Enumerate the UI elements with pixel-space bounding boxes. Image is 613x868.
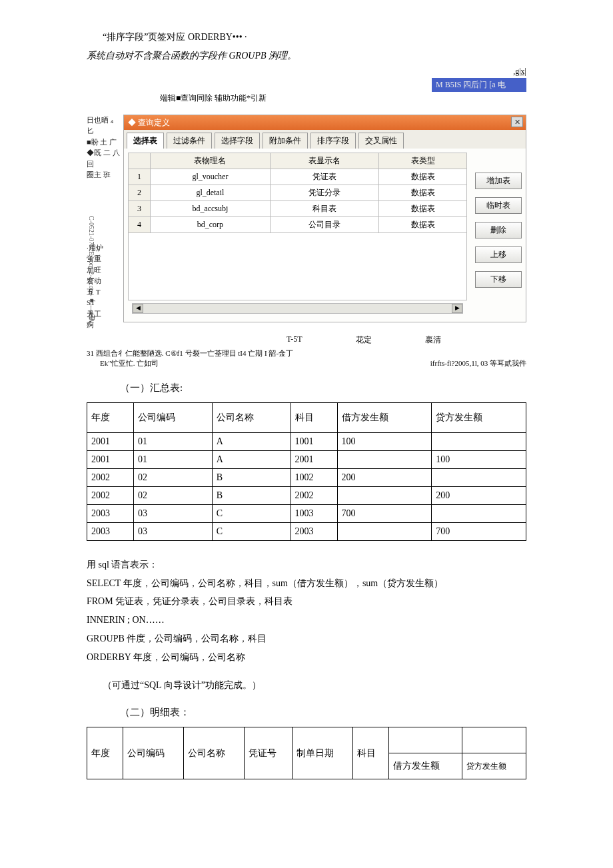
col-corp-name: 公司名称 [183,727,244,779]
col-date: 制单日期 [293,727,353,779]
table-row: 200202B2002200 [87,486,526,504]
footer-left: Ek"忙亚忙. 亡如司 [100,358,159,368]
body-text-italic: 系统自动对不含聚合函数的字段作 GROUPB 洌理。 [87,48,526,64]
button-column: 增加表 临时表 删除 上移 下移 [471,149,526,322]
col-corp-name: 公司名称 [212,402,291,432]
scrap-text: 31 西组合彳仁能整陋选. C⑥f1 号裂一亡荃理目 tI4 亡期 I 韶-金丁 [87,348,526,358]
col-debit: 借方发生额 [337,402,432,432]
table-row: 200101A2001100 [87,450,526,468]
summary-table: 年度 公司编码 公司名称 科目 借方发生额 贷方发生额 200101A10011… [87,402,526,541]
sql-intro: 用 sql 语言表示： [87,557,526,573]
table-row[interactable]: 1 gl_voucher 凭证表 数据表 [129,169,467,185]
horizontal-scrollbar[interactable]: ◀ ▶ [132,303,463,314]
col-year: 年度 [87,402,134,432]
sql-line: INNERIN ; ON…… [87,612,526,628]
section-1-heading: （一）汇总表: [120,382,526,394]
left-margin-text: 日也晒 ₄匕 ■盼 土 广 ◆既 二 八 回 圈主 班 [87,115,120,181]
move-up-button[interactable]: 上移 [475,246,522,263]
move-down-button[interactable]: 下移 [475,271,522,288]
tab-strip: 选择表 过滤条件 选择字段 附加条件 排序字段 交叉属性 [124,130,526,149]
col-credit: 贷方发生额 [432,402,526,432]
footer-text: 裹清 [425,334,441,346]
grid-area: 表物理名 表显示名 表类型 1 gl_voucher 凭证表 数据表 2 gl_… [124,149,471,322]
add-table-button[interactable]: 增加表 [475,173,522,189]
col-year: 年度 [87,727,123,779]
tab-cross[interactable]: 交叉属性 [358,133,404,149]
col-type: 表类型 [379,153,467,169]
scroll-right-icon[interactable]: ▶ [452,304,462,313]
footer-right: ifrfts-fi?2005,1l, 03 等耳貳我件 [430,358,526,368]
close-icon[interactable]: ✕ [511,117,523,127]
sql-line: GROUPB 件度，公司编码，公司名称，科目 [87,631,526,647]
tab-orderby[interactable]: 排序字段 [310,133,356,149]
table-row: 200202B1002200 [87,468,526,486]
titlebar-fragment: M B5IS 四后门 [a 电 [432,78,526,92]
col-subject: 科目 [353,727,389,779]
col-debit: 借方发生额 [389,753,462,779]
table-row: 200101A1001100 [87,432,526,450]
table-row[interactable]: 4 bd_corp 公司目录 数据表 [129,217,467,232]
tables-grid[interactable]: 表物理名 表显示名 表类型 1 gl_voucher 凭证表 数据表 2 gl_… [128,153,467,233]
tab-filter[interactable]: 过滤条件 [167,133,212,149]
scroll-left-icon[interactable]: ◀ [133,304,143,313]
col-subject: 科目 [291,402,337,432]
sql-line: FROM 凭证表，凭证分录表，公司目录表，科目表 [87,594,526,610]
table-row[interactable]: 2 gl_detail 凭证分录 数据表 [129,185,467,201]
tab-extra[interactable]: 附加条件 [263,133,308,149]
sql-line: ORDERBY 年度，公司编码，公司名称 [87,650,526,665]
left-margin-text-3: ·用炉 蛍重 加旺 窘动 五 T ST 天工 痾 [87,242,120,330]
col-disp-name: 表显示名 [270,153,379,169]
sql-note: （可通过“SQL 向导设计”功能完成。） [103,677,526,693]
body-text: “排序字段”页签对应 ORDERBY••• · [103,29,526,45]
footer-text: T-5T [287,334,303,346]
col-voucher-no: 凭证号 [244,727,292,779]
col-credit: 贷方发生额 [462,753,526,779]
tab-select-table[interactable]: 选择表 [127,133,164,149]
col-phys-name: 表物理名 [151,153,271,169]
footer-text: 花定 [356,334,372,346]
table-row: 200303C2003700 [87,522,526,540]
dialog-footer-buttons: T-5T 花定 裹清 [87,334,526,346]
col-corp-code: 公司编码 [133,402,212,432]
section-2-heading: （二）明细表： [120,706,526,719]
col-corp-code: 公司编码 [123,727,184,779]
temp-table-button[interactable]: 临时表 [475,197,522,214]
dialog-titlebar: ◆ 查询定义 ✕ [124,115,526,130]
toolbar-text: 端辑■查询同除 辅助功能*引新 [160,93,526,104]
tab-select-field[interactable]: 选择字段 [215,133,260,149]
table-row[interactable]: 3 bd_accsubj 科目表 数据表 [129,201,467,217]
sql-line: SELECT 年度，公司编码，公司名称，科目，sum（借方发生额），sum（贷方… [87,576,526,592]
dialog-title-text: ◆ 查询定义 [128,118,170,127]
detail-table: 年度 公司编码 公司名称 凭证号 制单日期 科目 借方发生额 贷方发生额 [87,727,526,779]
query-dialog: ◆ 查询定义 ✕ 选择表 过滤条件 选择字段 附加条件 排序字段 交叉属性 表物… [123,115,526,322]
corner-text: ,g|x| [87,67,526,77]
delete-button[interactable]: 删除 [475,222,522,238]
table-row: 200303C1003700 [87,504,526,522]
